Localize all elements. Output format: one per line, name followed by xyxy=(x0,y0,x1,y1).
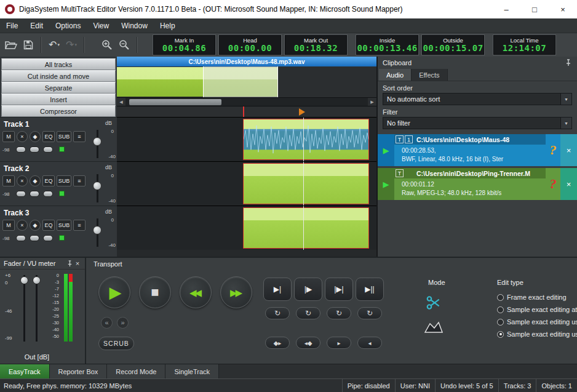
play-around-mark-button[interactable]: |▶| xyxy=(325,278,353,301)
timeline-ruler[interactable] xyxy=(117,106,376,117)
menu-file[interactable]: File xyxy=(0,18,24,33)
menu-help[interactable]: Help xyxy=(154,18,181,33)
track-2-clip[interactable] xyxy=(243,163,369,204)
track-menu-button[interactable]: ≡ xyxy=(73,220,86,231)
track-menu-button[interactable]: ≡ xyxy=(73,175,86,186)
close-button[interactable]: × xyxy=(549,0,577,18)
pan-button[interactable]: ◆ xyxy=(30,131,41,142)
track-fader[interactable] xyxy=(93,137,101,146)
clip-remove-button[interactable]: × xyxy=(560,134,577,166)
redo-button[interactable]: ↷▾ xyxy=(63,36,80,54)
chevron-down-icon[interactable]: ▼ xyxy=(560,94,571,105)
tab-record-mode[interactable]: Record Mode xyxy=(107,364,165,379)
nudge-right-button[interactable]: ◆▸ xyxy=(265,337,290,349)
menu-view[interactable]: View xyxy=(87,18,115,33)
radio-icon[interactable] xyxy=(497,319,504,326)
mute-button[interactable]: M xyxy=(2,131,15,142)
pan-knob[interactable] xyxy=(30,235,39,241)
play-inside-button[interactable]: ▶|| xyxy=(356,278,384,301)
scrollbar-thumb[interactable] xyxy=(129,99,221,105)
loop-button[interactable]: ↻ xyxy=(265,307,290,319)
tab-singletrack[interactable]: SingleTrack xyxy=(165,364,219,379)
aux-knob[interactable] xyxy=(43,235,53,241)
track-menu-button[interactable]: ≡ xyxy=(73,131,86,142)
track-2-lane[interactable] xyxy=(117,161,376,206)
edit-type-option[interactable]: Frame exact editing xyxy=(497,294,577,301)
cut-mode-button[interactable] xyxy=(426,295,442,312)
overview-waveform[interactable] xyxy=(117,66,376,97)
envelope-mode-button[interactable] xyxy=(424,321,443,334)
pan-button[interactable]: ◆ xyxy=(30,175,41,186)
step-left-button[interactable]: ◂ xyxy=(357,337,382,349)
track-3-clip[interactable] xyxy=(243,207,369,249)
save-button[interactable] xyxy=(20,36,37,54)
insert-button[interactable]: Insert xyxy=(1,94,116,105)
undo-button[interactable]: ↶▾ xyxy=(46,36,63,54)
sub-button[interactable]: SUB xyxy=(57,175,71,186)
pin-icon[interactable] xyxy=(66,260,73,267)
radio-icon[interactable] xyxy=(497,294,504,301)
menu-window[interactable]: Window xyxy=(115,18,154,33)
play-button[interactable]: ▶ xyxy=(98,276,130,308)
open-button[interactable] xyxy=(2,36,20,54)
track-1-clip[interactable] xyxy=(243,119,369,160)
mute-button[interactable]: M xyxy=(2,220,15,231)
tab-easytrack[interactable]: EasyTrack xyxy=(0,364,50,379)
close-panel-button[interactable]: × xyxy=(73,260,82,267)
pin-icon[interactable] xyxy=(565,59,572,66)
sub-button[interactable]: SUB xyxy=(57,220,71,231)
play-from-mark-button[interactable]: |▶ xyxy=(294,278,322,301)
clip-play-button[interactable]: ▶ xyxy=(378,134,394,166)
aux-knob[interactable] xyxy=(43,146,53,153)
track-3-lane[interactable] xyxy=(117,206,376,250)
clipboard-item[interactable]: ▶ C:\Users\nin\Desktop\Ping-Trenner.M T … xyxy=(378,168,577,200)
gain-knob[interactable] xyxy=(16,146,26,153)
zoom-in-button[interactable] xyxy=(98,36,116,54)
play-to-mark-button[interactable]: ▶| xyxy=(263,278,292,301)
tab-reporter-box[interactable]: Reporter Box xyxy=(50,364,108,379)
overview-selection[interactable] xyxy=(203,66,278,97)
track-1-lane[interactable] xyxy=(117,117,376,161)
rewind-button[interactable]: ◀◀ xyxy=(180,276,212,308)
loop-button[interactable]: ↻ xyxy=(327,307,351,319)
chevron-down-icon[interactable]: ▼ xyxy=(560,118,571,129)
sub-button[interactable]: SUB xyxy=(57,131,71,142)
step-right-button[interactable]: ▸ xyxy=(327,337,351,349)
out-fader-left[interactable] xyxy=(20,276,28,284)
out-fader-right[interactable] xyxy=(33,276,41,284)
overview-clip-title[interactable]: C:\Users\nin\Desktop\Maus-48.mp3.wav xyxy=(117,57,376,66)
previous-button[interactable]: « xyxy=(101,317,113,329)
minimize-button[interactable]: – xyxy=(492,0,520,18)
sort-order-select[interactable]: No automatic sort ▼ xyxy=(383,93,572,105)
menu-options[interactable]: Options xyxy=(49,18,87,33)
playhead-marker-icon[interactable] xyxy=(299,108,305,116)
out-fader-left-track[interactable] xyxy=(23,275,25,342)
edit-type-option-selected[interactable]: Sample exact editing us xyxy=(497,330,577,338)
all-tracks-button[interactable]: All tracks xyxy=(1,58,116,70)
solo-button[interactable]: × xyxy=(17,220,28,231)
pan-knob[interactable] xyxy=(30,146,39,153)
gain-knob[interactable] xyxy=(16,191,26,197)
track-fader[interactable] xyxy=(93,226,101,234)
solo-button[interactable]: × xyxy=(17,131,28,142)
cut-inside-and-move-button[interactable]: Cut inside and move xyxy=(1,70,116,82)
mute-button[interactable]: M xyxy=(2,175,15,186)
fast-forward-button[interactable]: ▶▶ xyxy=(220,276,252,308)
scrub-button[interactable]: SCRUB xyxy=(98,337,134,350)
next-button[interactable]: » xyxy=(117,317,129,329)
filter-select[interactable]: No filter ▼ xyxy=(383,117,572,129)
gain-knob[interactable] xyxy=(16,235,26,241)
tab-effects[interactable]: Effects xyxy=(412,69,447,81)
edit-type-option[interactable]: Sample exact editing at xyxy=(497,306,577,313)
pan-knob[interactable] xyxy=(30,191,39,197)
zoom-out-button[interactable] xyxy=(116,36,133,54)
radio-selected-icon[interactable] xyxy=(497,331,504,338)
clip-remove-button[interactable]: × xyxy=(560,168,577,200)
clip-play-button[interactable]: ▶ xyxy=(378,168,394,200)
separate-button[interactable]: Separate xyxy=(1,82,116,94)
scroll-left-button[interactable]: ◀ xyxy=(117,98,125,106)
maximize-button[interactable]: □ xyxy=(520,0,549,18)
pan-button[interactable]: ◆ xyxy=(30,220,41,231)
track-fader[interactable] xyxy=(93,182,101,190)
horizontal-scrollbar[interactable]: ◀ ▶ xyxy=(117,97,376,106)
